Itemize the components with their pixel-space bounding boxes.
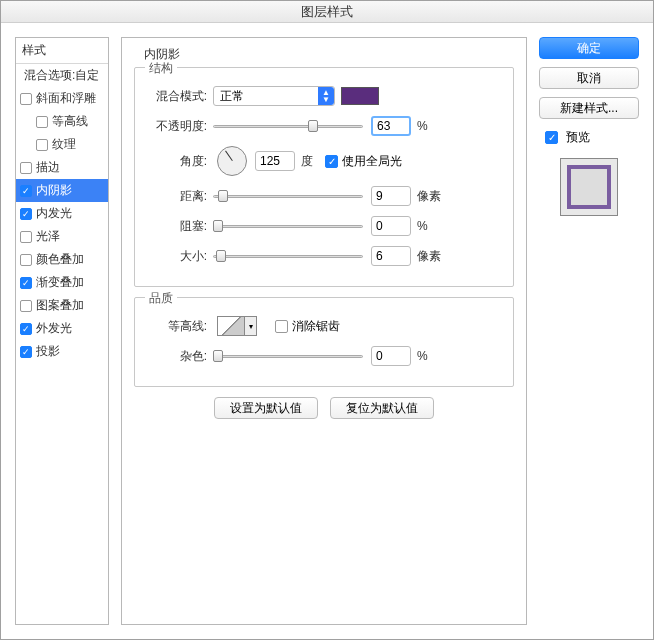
noise-row: 杂色: % xyxy=(147,344,501,368)
angle-dial[interactable] xyxy=(217,146,247,176)
spread-input[interactable] xyxy=(371,216,411,236)
new-style-button[interactable]: 新建样式... xyxy=(539,97,639,119)
window-title: 图层样式 xyxy=(1,1,653,23)
layer-style-dialog: 图层样式 样式 混合选项:自定 斜面和浮雕等高线纹理描边内阴影内发光光泽颜色叠加… xyxy=(0,0,654,640)
sidebar-checkbox[interactable] xyxy=(20,93,32,105)
main-panel: 内阴影 结构 混合模式: 正常 ▲▼ 不透明度: xyxy=(121,37,527,625)
blend-mode-label: 混合模式: xyxy=(147,88,207,105)
distance-input[interactable] xyxy=(371,186,411,206)
distance-row: 距离: 像素 xyxy=(147,184,501,208)
bottom-buttons: 设置为默认值 复位为默认值 xyxy=(134,397,514,419)
sidebar-item-label: 图案叠加 xyxy=(36,297,84,314)
sidebar-item-label: 颜色叠加 xyxy=(36,251,84,268)
sidebar-checkbox[interactable] xyxy=(36,139,48,151)
antialias-label: 消除锯齿 xyxy=(292,318,340,335)
size-slider[interactable] xyxy=(213,249,363,263)
structure-label: 结构 xyxy=(145,60,177,77)
structure-group: 结构 混合模式: 正常 ▲▼ 不透明度: xyxy=(134,67,514,287)
opacity-label: 不透明度: xyxy=(147,118,207,135)
noise-unit: % xyxy=(417,349,428,363)
opacity-unit: % xyxy=(417,119,428,133)
opacity-slider[interactable] xyxy=(213,119,363,133)
sidebar-item-label: 渐变叠加 xyxy=(36,274,84,291)
sidebar-item-1[interactable]: 等高线 xyxy=(16,110,108,133)
main-panel-wrap: 内阴影 结构 混合模式: 正常 ▲▼ 不透明度: xyxy=(121,37,527,625)
sidebar-header[interactable]: 样式 xyxy=(16,38,108,64)
content: 样式 混合选项:自定 斜面和浮雕等高线纹理描边内阴影内发光光泽颜色叠加渐变叠加图… xyxy=(1,23,653,639)
sidebar-checkbox[interactable] xyxy=(20,231,32,243)
global-light-label: 使用全局光 xyxy=(342,153,402,170)
contour-picker[interactable] xyxy=(217,316,245,336)
sidebar-item-6[interactable]: 光泽 xyxy=(16,225,108,248)
reset-default-button[interactable]: 复位为默认值 xyxy=(330,397,434,419)
opacity-input[interactable] xyxy=(371,116,411,136)
cancel-button[interactable]: 取消 xyxy=(539,67,639,89)
spread-label: 阻塞: xyxy=(147,218,207,235)
sidebar-item-2[interactable]: 纹理 xyxy=(16,133,108,156)
sidebar-item-label: 斜面和浮雕 xyxy=(36,90,96,107)
noise-input[interactable] xyxy=(371,346,411,366)
size-row: 大小: 像素 xyxy=(147,244,501,268)
sidebar-item-8[interactable]: 渐变叠加 xyxy=(16,271,108,294)
sidebar-checkbox[interactable] xyxy=(20,162,32,174)
angle-row: 角度: 度 使用全局光 xyxy=(147,144,501,178)
preview-checkbox[interactable] xyxy=(545,131,558,144)
sidebar-checkbox[interactable] xyxy=(20,185,32,197)
sidebar-item-label: 外发光 xyxy=(36,320,72,337)
antialias-checkbox[interactable] xyxy=(275,320,288,333)
preview-thumbnail xyxy=(560,158,618,216)
sidebar-checkbox[interactable] xyxy=(20,254,32,266)
size-label: 大小: xyxy=(147,248,207,265)
right-column: 确定 取消 新建样式... 预览 xyxy=(539,37,639,625)
sidebar-item-label: 内阴影 xyxy=(36,182,72,199)
preview-label: 预览 xyxy=(566,129,590,146)
sidebar-item-10[interactable]: 外发光 xyxy=(16,317,108,340)
styles-sidebar: 样式 混合选项:自定 斜面和浮雕等高线纹理描边内阴影内发光光泽颜色叠加渐变叠加图… xyxy=(15,37,109,625)
ok-button[interactable]: 确定 xyxy=(539,37,639,59)
sidebar-item-label: 内发光 xyxy=(36,205,72,222)
sidebar-item-3[interactable]: 描边 xyxy=(16,156,108,179)
sidebar-blend-options[interactable]: 混合选项:自定 xyxy=(16,64,108,87)
preview-row: 预览 xyxy=(545,129,639,146)
noise-slider[interactable] xyxy=(213,349,363,363)
sidebar-checkbox[interactable] xyxy=(36,116,48,128)
contour-row: 等高线: ▾ 消除锯齿 xyxy=(147,314,501,338)
sidebar-item-7[interactable]: 颜色叠加 xyxy=(16,248,108,271)
noise-label: 杂色: xyxy=(147,348,207,365)
spread-unit: % xyxy=(417,219,428,233)
color-swatch[interactable] xyxy=(341,87,379,105)
sidebar-item-4[interactable]: 内阴影 xyxy=(16,179,108,202)
blend-mode-row: 混合模式: 正常 ▲▼ xyxy=(147,84,501,108)
contour-label: 等高线: xyxy=(147,318,207,335)
spread-slider[interactable] xyxy=(213,219,363,233)
angle-label: 角度: xyxy=(147,153,207,170)
sidebar-item-11[interactable]: 投影 xyxy=(16,340,108,363)
quality-group: 品质 等高线: ▾ 消除锯齿 杂色: xyxy=(134,297,514,387)
contour-dropdown-icon[interactable]: ▾ xyxy=(245,316,257,336)
size-input[interactable] xyxy=(371,246,411,266)
make-default-button[interactable]: 设置为默认值 xyxy=(214,397,318,419)
distance-label: 距离: xyxy=(147,188,207,205)
sidebar-item-0[interactable]: 斜面和浮雕 xyxy=(16,87,108,110)
panel-title: 内阴影 xyxy=(144,46,514,63)
angle-unit: 度 xyxy=(301,153,313,170)
sidebar-item-label: 等高线 xyxy=(52,113,88,130)
angle-input[interactable] xyxy=(255,151,295,171)
size-unit: 像素 xyxy=(417,248,441,265)
sidebar-checkbox[interactable] xyxy=(20,208,32,220)
opacity-row: 不透明度: % xyxy=(147,114,501,138)
distance-slider[interactable] xyxy=(213,189,363,203)
sidebar-item-5[interactable]: 内发光 xyxy=(16,202,108,225)
sidebar-item-label: 光泽 xyxy=(36,228,60,245)
global-light-checkbox[interactable] xyxy=(325,155,338,168)
sidebar-checkbox[interactable] xyxy=(20,300,32,312)
sidebar-item-label: 投影 xyxy=(36,343,60,360)
blend-mode-select[interactable]: 正常 ▲▼ xyxy=(213,86,335,106)
sidebar-checkbox[interactable] xyxy=(20,277,32,289)
sidebar-checkbox[interactable] xyxy=(20,346,32,358)
sidebar-item-9[interactable]: 图案叠加 xyxy=(16,294,108,317)
sidebar-checkbox[interactable] xyxy=(20,323,32,335)
sidebar-item-label: 描边 xyxy=(36,159,60,176)
spread-row: 阻塞: % xyxy=(147,214,501,238)
quality-label: 品质 xyxy=(145,290,177,307)
